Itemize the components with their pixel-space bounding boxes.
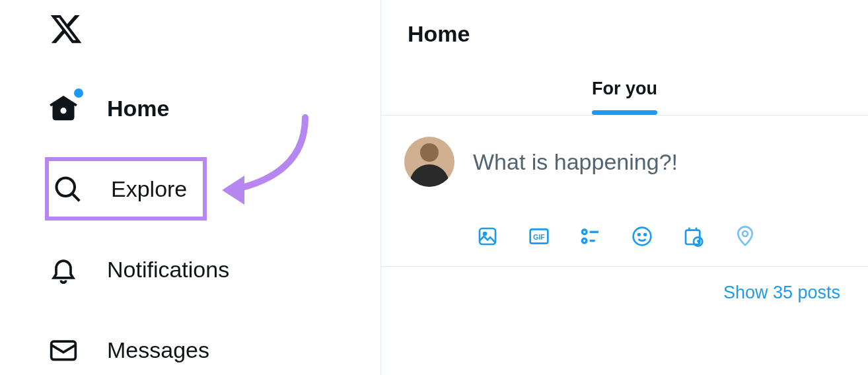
tab-for-you[interactable]: For you <box>592 79 657 115</box>
tabs: For you <box>381 79 868 116</box>
svg-point-7 <box>582 230 587 234</box>
schedule-icon[interactable] <box>682 225 705 248</box>
sidebar: Home Explore Notifications Messages <box>0 0 380 375</box>
svg-line-1 <box>73 194 79 201</box>
sidebar-item-home[interactable]: Home <box>45 82 184 135</box>
show-posts: Show 35 posts <box>381 267 868 303</box>
svg-point-11 <box>633 228 651 246</box>
compose-toolbar: GIF <box>381 187 868 267</box>
svg-point-13 <box>644 234 646 236</box>
location-icon[interactable] <box>734 225 756 248</box>
compose-box[interactable]: What is happening?! <box>381 116 868 187</box>
gif-icon[interactable]: GIF <box>528 225 550 248</box>
x-logo[interactable] <box>45 12 380 49</box>
envelope-icon <box>49 335 78 364</box>
sidebar-item-label: Messages <box>107 337 209 363</box>
svg-point-18 <box>742 231 748 236</box>
sidebar-item-messages[interactable]: Messages <box>45 324 224 375</box>
page-title: Home <box>381 0 868 47</box>
tab-underline <box>592 110 657 115</box>
tab-label: For you <box>592 79 657 98</box>
svg-point-4 <box>484 232 486 235</box>
main-content: Home For you What is happening?! GIF <box>380 0 868 375</box>
media-icon[interactable] <box>476 225 499 248</box>
sidebar-item-label: Notifications <box>107 257 229 283</box>
notification-dot <box>74 88 83 98</box>
svg-rect-3 <box>480 228 495 244</box>
svg-point-9 <box>582 238 587 243</box>
svg-text:GIF: GIF <box>533 233 545 241</box>
compose-placeholder[interactable]: What is happening?! <box>473 149 678 175</box>
sidebar-item-notifications[interactable]: Notifications <box>45 243 244 296</box>
annotation-arrow <box>213 112 318 214</box>
emoji-icon[interactable] <box>631 225 653 248</box>
home-icon <box>49 94 78 123</box>
bell-icon <box>49 255 78 284</box>
sidebar-item-label: Home <box>107 96 169 121</box>
poll-icon[interactable] <box>579 225 602 248</box>
svg-rect-2 <box>52 341 76 360</box>
svg-point-0 <box>57 178 75 197</box>
show-posts-link[interactable]: Show 35 posts <box>723 283 840 302</box>
avatar[interactable] <box>404 137 454 187</box>
svg-point-12 <box>638 234 640 236</box>
search-icon <box>53 174 82 203</box>
sidebar-item-explore[interactable]: Explore <box>45 157 207 221</box>
sidebar-item-label: Explore <box>111 176 187 202</box>
